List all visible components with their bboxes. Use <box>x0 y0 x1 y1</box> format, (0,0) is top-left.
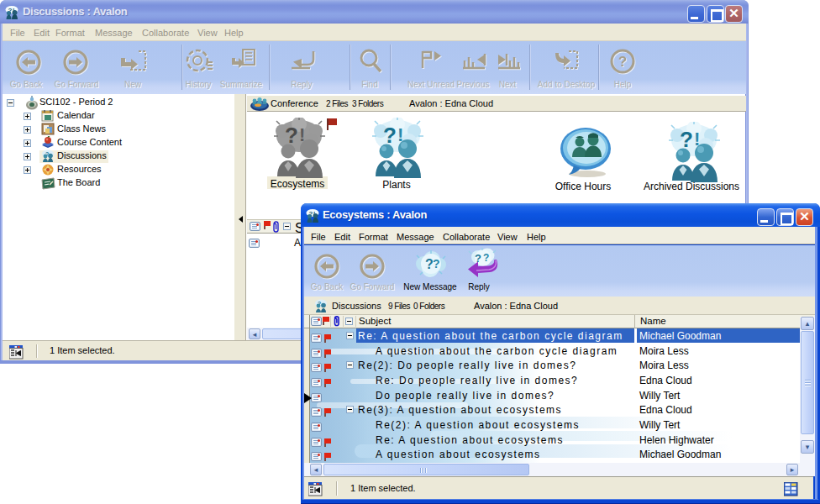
svg-text:?: ? <box>433 257 440 270</box>
svg-text:?: ? <box>483 252 489 264</box>
svg-text:?: ? <box>618 54 627 70</box>
